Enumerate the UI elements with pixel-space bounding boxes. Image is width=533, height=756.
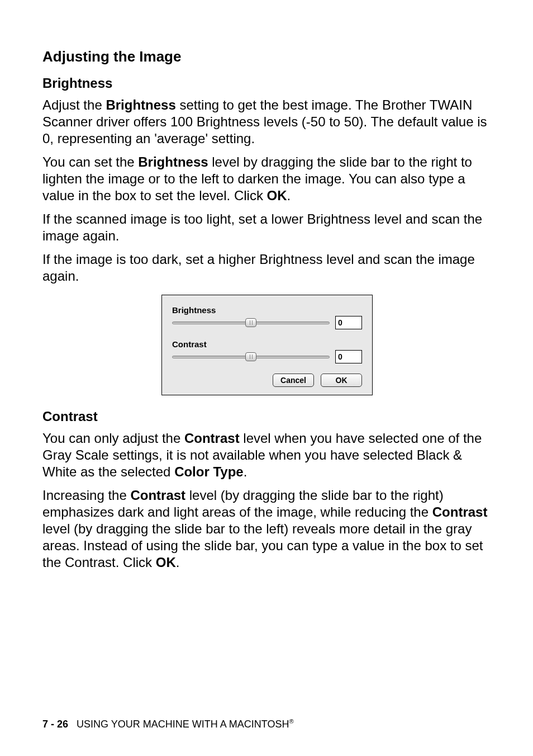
page-content: Adjusting the Image Brightness Adjust th… xyxy=(0,0,533,571)
contrast-label: Contrast xyxy=(172,339,362,349)
bold-contrast: Contrast xyxy=(432,504,488,519)
text: . xyxy=(244,464,248,479)
bold-color-type: Color Type xyxy=(174,464,244,479)
page-number: 7 - 26 xyxy=(42,719,68,730)
heading-brightness: Brightness xyxy=(42,75,492,91)
para-brightness-set: You can set the Brightness level by drag… xyxy=(42,154,492,204)
bold-brightness: Brightness xyxy=(138,154,208,169)
para-contrast-adjust: Increasing the Contrast level (by draggi… xyxy=(42,487,492,571)
text: . xyxy=(287,188,291,203)
para-contrast-availability: You can only adjust the Contrast level w… xyxy=(42,430,492,480)
text: You can only adjust the xyxy=(42,431,184,446)
registered-symbol: ® xyxy=(289,718,293,725)
bold-ok: OK xyxy=(156,555,176,570)
text: Increasing the xyxy=(42,488,130,503)
contrast-slider[interactable] xyxy=(172,355,330,359)
slider-thumb[interactable] xyxy=(245,352,256,361)
brightness-contrast-dialog: Brightness 0 Contrast 0 xyxy=(161,295,373,395)
brightness-row: 0 xyxy=(172,316,362,329)
brightness-label: Brightness xyxy=(172,305,362,315)
text: level (by dragging the slide bar to the … xyxy=(42,521,483,570)
heading-adjusting-image: Adjusting the Image xyxy=(42,48,492,65)
page-footer: 7 - 26 USING YOUR MACHINE WITH A MACINTO… xyxy=(42,718,294,730)
contrast-control-group: Contrast 0 xyxy=(172,339,362,363)
slider-thumb[interactable] xyxy=(245,318,256,327)
text: . xyxy=(176,555,180,570)
para-too-dark: If the image is too dark, set a higher B… xyxy=(42,251,492,285)
brightness-value-input[interactable]: 0 xyxy=(335,316,362,329)
brightness-slider[interactable] xyxy=(172,320,330,325)
contrast-row: 0 xyxy=(172,350,362,363)
contrast-value-input[interactable]: 0 xyxy=(335,350,362,363)
cancel-button[interactable]: Cancel xyxy=(273,374,314,387)
bold-ok: OK xyxy=(267,188,287,203)
footer-text: USING YOUR MACHINE WITH A MACINTOSH xyxy=(77,719,289,730)
text: You can set the xyxy=(42,154,138,169)
bold-contrast: Contrast xyxy=(130,488,185,503)
para-too-light: If the scanned image is too light, set a… xyxy=(42,211,492,244)
ok-button[interactable]: OK xyxy=(321,374,362,387)
bold-brightness: Brightness xyxy=(106,97,175,112)
dialog-button-row: Cancel OK xyxy=(172,374,362,387)
dialog-screenshot: Brightness 0 Contrast 0 xyxy=(42,295,492,395)
para-brightness-intro: Adjust the Brightness setting to get the… xyxy=(42,97,492,147)
text: Adjust the xyxy=(42,97,106,112)
heading-contrast: Contrast xyxy=(42,409,492,424)
bold-contrast: Contrast xyxy=(184,431,240,446)
brightness-control-group: Brightness 0 xyxy=(172,305,362,329)
